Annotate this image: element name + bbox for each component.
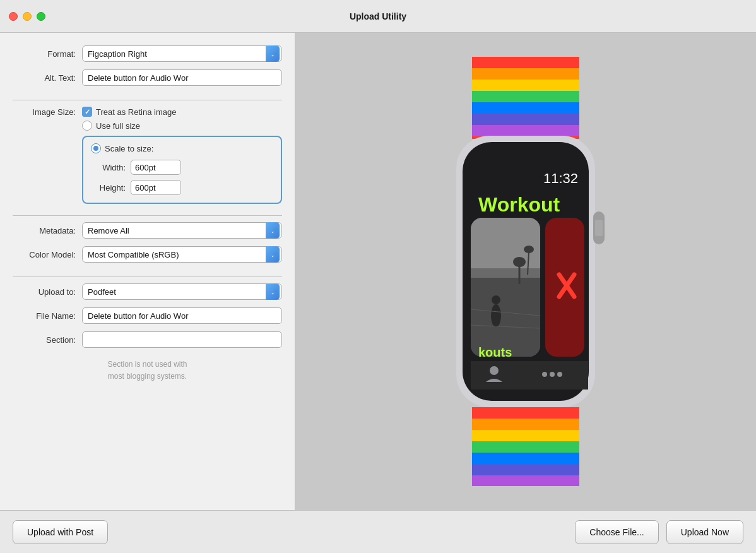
section-row: Section: — [13, 331, 282, 348]
color-model-select[interactable]: Most Compatible (sRGB) — [82, 246, 282, 263]
title-bar: Upload Utility — [0, 0, 756, 33]
separator-1 — [13, 100, 282, 100]
scale-dimensions: Width: Height: — [91, 160, 273, 195]
upload-to-label: Upload to: — [13, 287, 76, 297]
svg-rect-5 — [472, 102, 579, 114]
format-select-wrapper: Figcaption Right — [82, 45, 282, 62]
height-input[interactable] — [131, 180, 181, 195]
file-name-label: File Name: — [13, 311, 76, 321]
svg-text:Workout: Workout — [478, 193, 560, 216]
svg-text:kouts: kouts — [478, 345, 512, 359]
svg-rect-4 — [472, 91, 579, 102]
height-label: Height: — [91, 183, 126, 193]
upload-with-post-button[interactable]: Upload with Post — [13, 520, 108, 544]
color-model-select-wrapper: Most Compatible (sRGB) — [82, 246, 282, 263]
svg-rect-19 — [471, 218, 540, 268]
svg-rect-43 — [472, 453, 579, 464]
svg-rect-2 — [472, 68, 579, 80]
bottom-right: Choose File... Upload Now — [575, 520, 743, 544]
scale-label: Scale to size: — [105, 144, 153, 153]
svg-point-35 — [542, 372, 547, 377]
width-input[interactable] — [131, 160, 181, 175]
maximize-button[interactable] — [37, 12, 45, 21]
choose-file-button[interactable]: Choose File... — [575, 520, 658, 544]
left-panel: Format: Figcaption Right Alt. Text: Imag… — [0, 33, 295, 510]
file-name-input[interactable] — [82, 307, 282, 324]
section-input[interactable] — [82, 331, 282, 348]
format-row: Format: Figcaption Right — [13, 45, 282, 62]
svg-point-27 — [513, 257, 526, 267]
minimize-button[interactable] — [23, 12, 32, 21]
separator-2 — [13, 215, 282, 216]
metadata-select-wrapper: Remove All — [82, 222, 282, 239]
svg-text:11:32: 11:32 — [543, 170, 578, 186]
upload-now-button[interactable]: Upload Now — [666, 520, 743, 544]
svg-rect-44 — [472, 464, 579, 475]
retina-label: Treat as Retina image — [96, 107, 176, 117]
svg-rect-3 — [472, 80, 579, 91]
full-size-radio-row: Use full size — [82, 121, 282, 131]
svg-rect-39 — [472, 407, 579, 419]
watch-container: 11:32 Workout — [422, 57, 630, 486]
width-row: Width: — [91, 160, 273, 175]
height-row: Height: — [91, 180, 273, 195]
alt-text-row: Alt. Text: — [13, 69, 282, 86]
section-label: Section: — [13, 335, 76, 345]
upload-to-row: Upload to: Podfeet — [13, 283, 282, 300]
full-size-radio[interactable] — [82, 121, 92, 131]
upload-to-select[interactable]: Podfeet — [82, 283, 282, 300]
svg-point-23 — [492, 295, 500, 304]
format-select[interactable]: Figcaption Right — [82, 45, 282, 62]
section-helper-text: Section is not used withmost blogging sy… — [107, 360, 187, 381]
svg-rect-40 — [472, 419, 579, 430]
full-size-label: Use full size — [96, 121, 140, 131]
window-title: Upload Utility — [350, 11, 406, 21]
bottom-bar: Upload with Post Choose File... Upload N… — [0, 510, 756, 553]
close-button[interactable] — [9, 12, 18, 21]
svg-rect-6 — [472, 114, 579, 125]
metadata-select[interactable]: Remove All — [82, 222, 282, 239]
right-panel: 11:32 Workout — [295, 33, 756, 510]
indent-options: Use full size — [82, 121, 282, 133]
svg-point-34 — [490, 366, 499, 375]
scale-header: Scale to size: — [91, 143, 273, 153]
svg-rect-41 — [472, 430, 579, 441]
file-name-row: File Name: — [13, 307, 282, 324]
retina-checkbox-row: Treat as Retina image — [82, 107, 176, 117]
metadata-row: Metadata: Remove All — [13, 222, 282, 239]
svg-point-29 — [524, 246, 534, 253]
alt-text-label: Alt. Text: — [13, 73, 76, 83]
svg-rect-42 — [472, 441, 579, 453]
svg-rect-1 — [472, 57, 579, 68]
main-content: Format: Figcaption Right Alt. Text: Imag… — [0, 33, 756, 510]
traffic-lights — [9, 12, 45, 21]
svg-rect-33 — [471, 361, 588, 389]
image-size-row: Image Size: Treat as Retina image — [13, 107, 282, 117]
format-label: Format: — [13, 49, 76, 59]
retina-checkbox[interactable] — [82, 107, 92, 117]
image-size-label: Image Size: — [13, 107, 76, 117]
svg-point-37 — [557, 372, 562, 377]
upload-to-select-wrapper: Podfeet — [82, 283, 282, 300]
watch-image: 11:32 Workout — [422, 57, 630, 486]
svg-rect-20 — [471, 268, 540, 278]
svg-point-36 — [550, 372, 555, 377]
alt-text-input[interactable] — [82, 69, 282, 86]
separator-3 — [13, 276, 282, 277]
svg-rect-7 — [472, 125, 579, 136]
section-helper-container: Section is not used withmost blogging sy… — [13, 358, 282, 382]
width-label: Width: — [91, 163, 126, 172]
color-model-row: Color Model: Most Compatible (sRGB) — [13, 246, 282, 263]
scale-radio[interactable] — [91, 143, 101, 153]
svg-rect-12 — [595, 220, 603, 236]
scale-box: Scale to size: Width: Height: — [82, 136, 282, 204]
color-model-label: Color Model: — [13, 250, 76, 259]
metadata-label: Metadata: — [13, 226, 76, 235]
svg-rect-45 — [472, 475, 579, 486]
svg-point-22 — [491, 304, 501, 327]
bottom-left: Upload with Post — [13, 520, 575, 544]
